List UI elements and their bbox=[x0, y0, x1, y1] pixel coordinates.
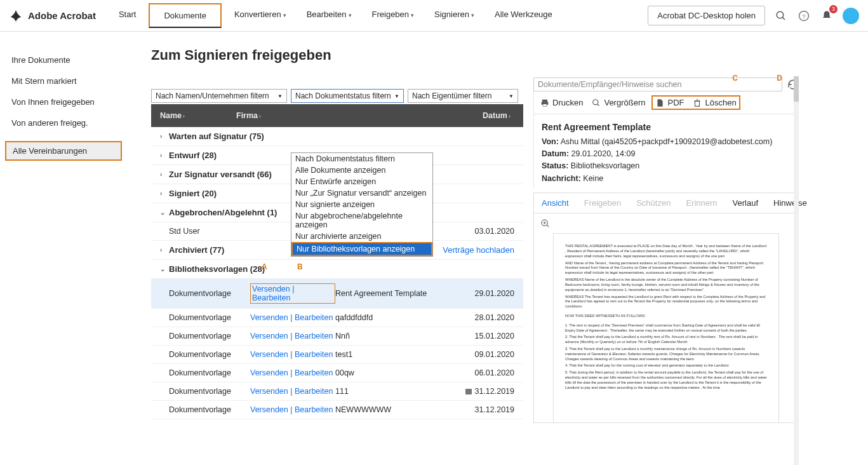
search-icon[interactable] bbox=[774, 9, 788, 23]
cell-user: Std User bbox=[169, 227, 250, 236]
dd-item[interactable]: Alle Dokumente anzeigen bbox=[291, 165, 432, 176]
group-bibliothek[interactable]: ⌄Bibliotheksvorlagen (28) A B bbox=[151, 260, 523, 279]
nav-konvertieren[interactable]: Konvertieren▾ bbox=[227, 3, 294, 28]
dd-item-selected[interactable]: Nur Bibliotheksvorlagen anzeigen bbox=[291, 242, 432, 256]
table-row[interactable]: DokumentvorlageVersenden | Bearbeitenqaf… bbox=[151, 309, 523, 327]
upload-link[interactable]: Verträge hochladen bbox=[443, 245, 514, 255]
caret-down-icon: ▼ bbox=[394, 93, 399, 99]
action-drucken[interactable]: Drucken bbox=[540, 98, 583, 107]
cell-type: Dokumentvorlage bbox=[169, 387, 250, 396]
dd-item[interactable]: Nur signierte anzeigen bbox=[291, 199, 432, 210]
callout-d: D bbox=[777, 74, 782, 83]
nav-freigeben[interactable]: Freigeben▾ bbox=[364, 3, 422, 28]
meta-nachricht-label: Nachricht: bbox=[542, 174, 581, 183]
meta-von-value: Ashu Mittal (qai45205+packpdf+19092019@a… bbox=[561, 137, 773, 146]
chevron-down-icon: ▾ bbox=[411, 12, 414, 18]
dd-item[interactable]: Nur abgebrochene/abgelehnte anzeigen bbox=[291, 210, 432, 231]
tab-hinweise[interactable]: Hinweise bbox=[766, 193, 815, 213]
link-versenden[interactable]: Versenden bbox=[252, 285, 290, 293]
dd-item[interactable]: Nur „Zur Signatur versandt“ anzeigen bbox=[291, 187, 432, 199]
nav-alle-werkzeuge[interactable]: Alle Werkzeuge bbox=[487, 3, 560, 28]
table-row[interactable]: DokumentvorlageVersenden | Bearbeiten00q… bbox=[151, 364, 523, 382]
link-bearbeiten[interactable]: Bearbeiten bbox=[295, 313, 333, 322]
meta-nachricht-value: Keine bbox=[583, 174, 603, 183]
cell-actions: Versenden | Bearbeiten bbox=[250, 405, 335, 414]
th-firma[interactable]: Firma› bbox=[236, 111, 331, 120]
nav-start[interactable]: Start bbox=[111, 3, 144, 28]
sidebar-item-von-anderen[interactable]: Von anderen freigeg. bbox=[0, 112, 127, 133]
cell-date: 29.01.2020 bbox=[466, 289, 514, 298]
status-dropdown[interactable]: Nach Dokumentstatus filtern Alle Dokumen… bbox=[291, 152, 433, 257]
tab-ansicht[interactable]: Ansicht bbox=[534, 193, 577, 213]
zoom-in-icon[interactable] bbox=[540, 219, 792, 231]
link-bearbeiten[interactable]: Bearbeiten bbox=[295, 405, 333, 414]
avatar[interactable] bbox=[843, 8, 859, 24]
svg-line-8 bbox=[598, 104, 599, 105]
trash-icon bbox=[693, 98, 702, 107]
cell-type: Dokumentvorlage bbox=[169, 332, 250, 340]
svg-rect-6 bbox=[543, 104, 547, 106]
link-bearbeiten[interactable]: Bearbeiten bbox=[252, 293, 290, 302]
dd-item[interactable]: Nach Dokumentstatus filtern bbox=[291, 153, 432, 165]
caret-down-icon: ▼ bbox=[509, 93, 514, 99]
nav-dokumente[interactable]: Dokumente bbox=[149, 3, 221, 28]
cell-actions: Versenden | Bearbeiten bbox=[250, 368, 335, 377]
filter-owner[interactable]: Nach Eigentümer filtern▼ bbox=[408, 89, 518, 103]
table-row[interactable]: DokumentvorlageVersenden | BearbeitenNnñ… bbox=[151, 327, 523, 346]
link-versenden[interactable]: Versenden bbox=[250, 332, 288, 340]
link-versenden[interactable]: Versenden bbox=[250, 405, 288, 414]
svg-line-13 bbox=[547, 225, 549, 227]
action-pdf[interactable]: PDF bbox=[655, 98, 684, 107]
link-versenden[interactable]: Versenden bbox=[250, 350, 288, 359]
sidebar-item-ihre-dokumente[interactable]: Ihre Dokumente bbox=[0, 50, 127, 71]
dd-item[interactable]: Nur archivierte anzeigen bbox=[291, 231, 432, 242]
sidebar-item-alle-vereinbarungen[interactable]: Alle Vereinbarungen bbox=[5, 141, 122, 161]
chevron-right-icon: › bbox=[509, 113, 511, 119]
pdf-icon bbox=[655, 98, 664, 107]
cell-date: 06.01.2020 bbox=[466, 368, 514, 377]
cell-date: 03.01.2020 bbox=[466, 227, 514, 236]
search-input[interactable]: Dokumente/Empfänger/Hinweise suchen bbox=[533, 78, 782, 91]
action-vergroessern[interactable]: Vergrößern bbox=[592, 98, 645, 107]
link-versenden[interactable]: Versenden bbox=[250, 313, 288, 322]
link-versenden[interactable]: Versenden bbox=[250, 387, 288, 396]
link-bearbeiten[interactable]: Bearbeiten bbox=[295, 350, 333, 359]
nav-bearbeiten[interactable]: Bearbeiten▾ bbox=[299, 3, 359, 28]
link-bearbeiten[interactable]: Bearbeiten bbox=[295, 387, 333, 396]
cta-desktop-button[interactable]: Acrobat DC-Desktop holen bbox=[648, 6, 765, 25]
cell-actions: Versenden | Bearbeiten bbox=[250, 387, 335, 396]
meta-title: Rent Agreement Template bbox=[542, 121, 791, 135]
cell-date: 28.01.2020 bbox=[466, 313, 514, 322]
callout-a: A bbox=[262, 262, 267, 271]
dd-item[interactable]: Nur Entwürfe anzeigen bbox=[291, 176, 432, 187]
document-preview: THIS RENTAL AGREEMENT is executed at PLA… bbox=[553, 233, 779, 423]
filter-status[interactable]: Nach Dokumentstatus filtern▼ bbox=[291, 89, 404, 103]
tab-verlauf[interactable]: Verlauf bbox=[725, 193, 766, 213]
th-name[interactable]: Name› bbox=[160, 111, 236, 120]
table-row[interactable]: DokumentvorlageVersenden | BearbeitenNEW… bbox=[151, 401, 523, 419]
meta-datum-value: 29.01.2020, 14:09 bbox=[571, 149, 636, 158]
nav-signieren[interactable]: Signieren▾ bbox=[427, 3, 482, 28]
link-bearbeiten[interactable]: Bearbeiten bbox=[295, 368, 333, 377]
meta-datum-label: Datum: bbox=[542, 149, 569, 158]
group-warten[interactable]: ›Warten auf Signatur (75) bbox=[151, 127, 523, 146]
sidebar-item-stern[interactable]: Mit Stern markiert bbox=[0, 71, 127, 91]
cell-date: 15.01.2020 bbox=[466, 332, 514, 340]
action-loeschen[interactable]: Löschen bbox=[693, 98, 736, 107]
cell-title: qafddfddfd bbox=[335, 313, 466, 322]
table-row[interactable]: DokumentvorlageVersenden | Bearbeitentes… bbox=[151, 346, 523, 364]
table-row[interactable]: DokumentvorlageVersenden | BearbeitenRen… bbox=[151, 279, 523, 309]
scrollbar[interactable] bbox=[794, 76, 799, 465]
cell-title: Rent Agreement Template bbox=[335, 289, 466, 298]
help-icon[interactable]: ? bbox=[797, 9, 811, 23]
filter-name[interactable]: Nach Namen/Unternehmen filtern▼ bbox=[151, 89, 287, 103]
notification-icon[interactable]: 3 bbox=[820, 9, 834, 23]
cell-type: Dokumentvorlage bbox=[169, 368, 250, 377]
link-versenden[interactable]: Versenden bbox=[250, 368, 288, 377]
table-row[interactable]: DokumentvorlageVersenden | Bearbeiten111… bbox=[151, 382, 523, 401]
th-datum[interactable]: Datum› bbox=[470, 111, 514, 120]
link-bearbeiten[interactable]: Bearbeiten bbox=[295, 332, 333, 340]
svg-point-0 bbox=[777, 11, 784, 18]
zoom-icon bbox=[592, 98, 601, 107]
sidebar-item-von-ihnen[interactable]: Von Ihnen freigegeben bbox=[0, 91, 127, 112]
